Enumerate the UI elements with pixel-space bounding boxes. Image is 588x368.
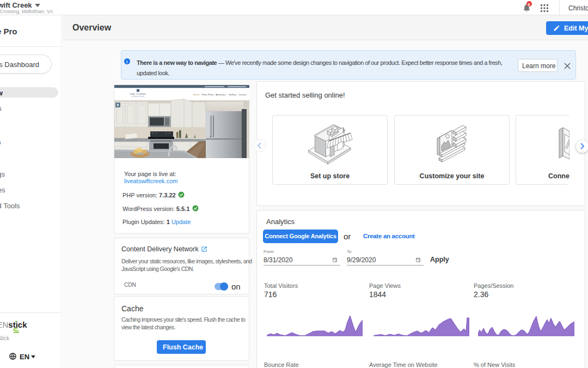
svg-text:Floor Plans: Floor Plans: [202, 93, 214, 95]
svg-text:Contact: Contact: [238, 93, 247, 95]
svg-text:Gallery: Gallery: [229, 93, 236, 95]
svg-text:at Swift Creek: at Swift Creek: [131, 95, 145, 98]
svg-text:THE TOWNS: THE TOWNS: [130, 92, 146, 95]
svg-text:Home: Home: [193, 93, 200, 95]
svg-text:Amenities: Amenities: [216, 93, 226, 95]
